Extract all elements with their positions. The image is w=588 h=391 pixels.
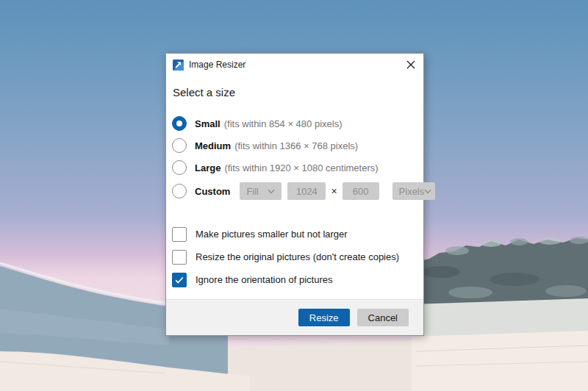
multiply-label: × (331, 185, 337, 197)
checkbox-label: Make pictures smaller but not larger (196, 229, 348, 240)
checkbox-resize-originals[interactable] (172, 250, 187, 265)
option-description: (fits within 1366 × 768 pixels) (234, 140, 358, 151)
size-options: Small (fits within 854 × 480 pixels) Med… (172, 116, 423, 200)
close-icon (406, 60, 415, 69)
resize-button[interactable]: Resize (298, 309, 350, 326)
option-description: (fits within 854 × 480 pixels) (224, 118, 343, 129)
radio-option-medium[interactable]: Medium (fits within 1366 × 768 pixels) (172, 138, 423, 153)
cancel-button[interactable]: Cancel (357, 309, 409, 326)
radio-option-small[interactable]: Small (fits within 854 × 480 pixels) (172, 116, 423, 131)
radio-button-small[interactable] (172, 116, 187, 131)
unit-dropdown[interactable]: Pixels (392, 182, 435, 200)
option-label: Medium (195, 140, 231, 151)
option-description: (fits within 1920 × 1080 centimeters) (224, 162, 378, 173)
checkbox-label: Ignore the orientation of pictures (196, 274, 332, 285)
custom-width-input[interactable]: 1024 (287, 182, 326, 200)
checkbox-make-smaller[interactable] (172, 227, 187, 242)
resize-settings: Make pictures smaller but not larger Res… (172, 226, 423, 287)
checkbox-row-make-smaller[interactable]: Make pictures smaller but not larger (172, 226, 423, 242)
radio-button-custom[interactable] (172, 184, 187, 198)
dialog-footer: Resize Cancel (166, 299, 423, 335)
check-icon (174, 275, 184, 285)
checkbox-ignore-orientation[interactable] (172, 273, 187, 287)
unit-dropdown-value: Pixels (399, 186, 425, 197)
dialog-titlebar: Image Resizer (166, 54, 423, 76)
custom-height-input[interactable]: 600 (343, 182, 379, 200)
radio-button-large[interactable] (172, 160, 187, 175)
option-label: Small (195, 118, 220, 129)
close-button[interactable] (398, 54, 423, 76)
checkbox-label: Resize the original pictures (don't crea… (196, 251, 399, 262)
chevron-down-icon (268, 189, 275, 194)
radio-option-large[interactable]: Large (fits within 1920 × 1080 centimete… (172, 160, 423, 175)
option-label: Large (195, 162, 220, 173)
option-label: Custom (195, 186, 230, 197)
fit-dropdown-value: Fill (246, 186, 259, 197)
image-resizer-icon (173, 60, 184, 71)
checkbox-row-resize-originals[interactable]: Resize the original pictures (don't crea… (172, 249, 423, 265)
desktop: Image Resizer Select a size Small (fits … (0, 0, 588, 391)
dialog-heading: Select a size (173, 86, 423, 98)
chevron-down-icon (424, 189, 431, 194)
checkbox-row-ignore-orientation[interactable]: Ignore the orientation of pictures (172, 272, 423, 287)
fit-dropdown[interactable]: Fill (240, 182, 282, 200)
dialog-title: Image Resizer (189, 60, 245, 70)
image-resizer-dialog: Image Resizer Select a size Small (fits … (165, 53, 424, 336)
radio-option-custom[interactable]: Custom Fill 1024 × 600 Pixels (172, 182, 423, 200)
radio-button-medium[interactable] (172, 138, 187, 153)
